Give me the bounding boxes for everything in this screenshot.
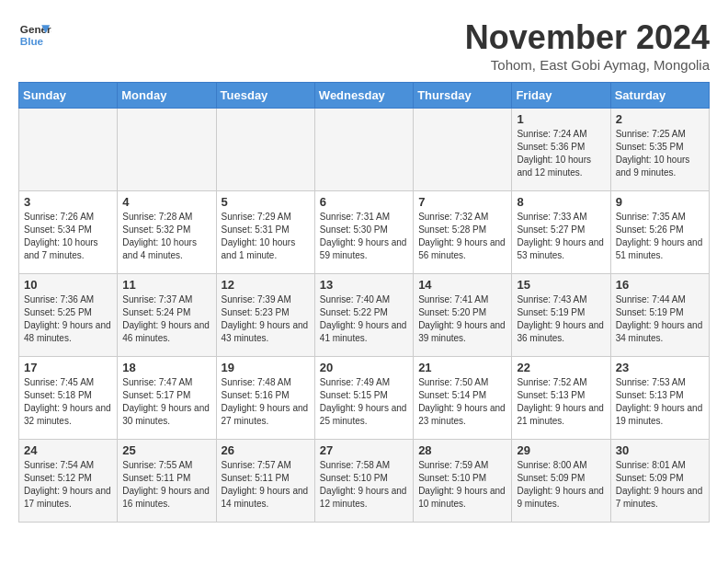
day-info: Sunrise: 7:39 AM Sunset: 5:23 PM Dayligh… [222, 293, 310, 345]
calendar-body: 1Sunrise: 7:24 AM Sunset: 5:36 PM Daylig… [19, 109, 710, 523]
day-info: Sunrise: 7:52 AM Sunset: 5:13 PM Dayligh… [517, 376, 605, 428]
day-number: 13 [320, 278, 408, 292]
day-info: Sunrise: 7:44 AM Sunset: 5:19 PM Dayligh… [616, 293, 704, 345]
logo: General Blue [18, 18, 51, 52]
calendar-cell: 10Sunrise: 7:36 AM Sunset: 5:25 PM Dayli… [19, 274, 118, 357]
day-info: Sunrise: 7:40 AM Sunset: 5:22 PM Dayligh… [320, 293, 408, 345]
calendar-cell: 25Sunrise: 7:55 AM Sunset: 5:11 PM Dayli… [118, 440, 216, 523]
calendar-cell: 2Sunrise: 7:25 AM Sunset: 5:35 PM Daylig… [610, 109, 709, 191]
calendar-cell: 7Sunrise: 7:32 AM Sunset: 5:28 PM Daylig… [414, 191, 512, 274]
day-number: 5 [222, 195, 310, 209]
calendar-cell: 24Sunrise: 7:54 AM Sunset: 5:12 PM Dayli… [19, 440, 118, 523]
month-title: November 2024 [465, 18, 710, 57]
calendar-cell: 5Sunrise: 7:29 AM Sunset: 5:31 PM Daylig… [216, 191, 314, 274]
day-info: Sunrise: 7:26 AM Sunset: 5:34 PM Dayligh… [24, 211, 112, 262]
day-number: 8 [517, 195, 605, 209]
calendar-cell [414, 109, 512, 191]
calendar-week-row: 24Sunrise: 7:54 AM Sunset: 5:12 PM Dayli… [19, 440, 710, 523]
title-block: November 2024 Tohom, East Gobi Aymag, Mo… [465, 18, 710, 73]
day-number: 11 [122, 278, 210, 292]
day-number: 9 [616, 195, 704, 209]
calendar-cell [216, 109, 314, 191]
day-number: 19 [222, 361, 310, 374]
day-number: 24 [24, 443, 112, 457]
calendar-week-row: 3Sunrise: 7:26 AM Sunset: 5:34 PM Daylig… [19, 191, 710, 274]
day-info: Sunrise: 7:33 AM Sunset: 5:27 PM Dayligh… [517, 211, 605, 262]
day-info: Sunrise: 7:53 AM Sunset: 5:13 PM Dayligh… [616, 376, 704, 428]
day-number: 15 [517, 278, 605, 292]
day-info: Sunrise: 7:29 AM Sunset: 5:31 PM Dayligh… [222, 211, 310, 262]
day-info: Sunrise: 7:45 AM Sunset: 5:18 PM Dayligh… [24, 376, 112, 428]
calendar-cell: 14Sunrise: 7:41 AM Sunset: 5:20 PM Dayli… [414, 274, 512, 357]
day-info: Sunrise: 7:48 AM Sunset: 5:16 PM Dayligh… [222, 376, 310, 428]
calendar-cell: 9Sunrise: 7:35 AM Sunset: 5:26 PM Daylig… [610, 191, 709, 274]
weekday-header-tuesday: Tuesday [216, 83, 314, 109]
calendar-cell: 1Sunrise: 7:24 AM Sunset: 5:36 PM Daylig… [512, 109, 610, 191]
day-number: 1 [517, 112, 605, 126]
calendar-cell: 12Sunrise: 7:39 AM Sunset: 5:23 PM Dayli… [216, 274, 314, 357]
day-info: Sunrise: 7:36 AM Sunset: 5:25 PM Dayligh… [24, 293, 112, 345]
calendar-cell [118, 109, 216, 191]
weekday-header-monday: Monday [118, 83, 216, 109]
day-number: 17 [24, 361, 112, 374]
calendar-cell: 23Sunrise: 7:53 AM Sunset: 5:13 PM Dayli… [610, 357, 709, 440]
calendar-cell: 21Sunrise: 7:50 AM Sunset: 5:14 PM Dayli… [414, 357, 512, 440]
day-number: 22 [517, 361, 605, 374]
weekday-header-saturday: Saturday [610, 83, 709, 109]
day-info: Sunrise: 7:50 AM Sunset: 5:14 PM Dayligh… [418, 376, 506, 428]
calendar-table: SundayMondayTuesdayWednesdayThursdayFrid… [18, 82, 710, 523]
day-number: 21 [418, 361, 506, 374]
calendar-cell: 17Sunrise: 7:45 AM Sunset: 5:18 PM Dayli… [19, 357, 118, 440]
calendar-cell: 6Sunrise: 7:31 AM Sunset: 5:30 PM Daylig… [314, 191, 413, 274]
calendar-week-row: 1Sunrise: 7:24 AM Sunset: 5:36 PM Daylig… [19, 109, 710, 191]
day-number: 10 [24, 278, 112, 292]
day-number: 20 [320, 361, 408, 374]
day-number: 16 [616, 278, 704, 292]
day-number: 14 [418, 278, 506, 292]
day-info: Sunrise: 7:57 AM Sunset: 5:11 PM Dayligh… [222, 459, 310, 511]
day-number: 3 [24, 195, 112, 209]
day-info: Sunrise: 7:58 AM Sunset: 5:10 PM Dayligh… [320, 459, 408, 511]
calendar-cell: 28Sunrise: 7:59 AM Sunset: 5:10 PM Dayli… [414, 440, 512, 523]
day-info: Sunrise: 7:43 AM Sunset: 5:19 PM Dayligh… [517, 293, 605, 345]
calendar-cell: 3Sunrise: 7:26 AM Sunset: 5:34 PM Daylig… [19, 191, 118, 274]
weekday-header-thursday: Thursday [414, 83, 512, 109]
day-info: Sunrise: 7:49 AM Sunset: 5:15 PM Dayligh… [320, 376, 408, 428]
day-info: Sunrise: 7:28 AM Sunset: 5:32 PM Dayligh… [122, 211, 210, 262]
calendar-cell [314, 109, 413, 191]
calendar-cell: 8Sunrise: 7:33 AM Sunset: 5:27 PM Daylig… [512, 191, 610, 274]
calendar-cell: 29Sunrise: 8:00 AM Sunset: 5:09 PM Dayli… [512, 440, 610, 523]
day-info: Sunrise: 7:25 AM Sunset: 5:35 PM Dayligh… [616, 128, 704, 179]
location-subtitle: Tohom, East Gobi Aymag, Mongolia [465, 57, 710, 73]
calendar-cell [19, 109, 118, 191]
day-info: Sunrise: 7:47 AM Sunset: 5:17 PM Dayligh… [122, 376, 210, 428]
calendar-cell: 20Sunrise: 7:49 AM Sunset: 5:15 PM Dayli… [314, 357, 413, 440]
day-number: 25 [122, 443, 210, 457]
calendar-cell: 4Sunrise: 7:28 AM Sunset: 5:32 PM Daylig… [118, 191, 216, 274]
day-number: 28 [418, 443, 506, 457]
day-number: 26 [222, 443, 310, 457]
day-info: Sunrise: 7:35 AM Sunset: 5:26 PM Dayligh… [616, 211, 704, 262]
day-number: 18 [122, 361, 210, 374]
day-number: 29 [517, 443, 605, 457]
day-info: Sunrise: 7:54 AM Sunset: 5:12 PM Dayligh… [24, 459, 112, 511]
calendar-cell: 30Sunrise: 8:01 AM Sunset: 5:09 PM Dayli… [610, 440, 709, 523]
calendar-cell: 22Sunrise: 7:52 AM Sunset: 5:13 PM Dayli… [512, 357, 610, 440]
day-info: Sunrise: 7:31 AM Sunset: 5:30 PM Dayligh… [320, 211, 408, 262]
calendar-cell: 15Sunrise: 7:43 AM Sunset: 5:19 PM Dayli… [512, 274, 610, 357]
day-number: 7 [418, 195, 506, 209]
weekday-header-sunday: Sunday [19, 83, 118, 109]
day-info: Sunrise: 8:01 AM Sunset: 5:09 PM Dayligh… [616, 459, 704, 511]
day-info: Sunrise: 7:24 AM Sunset: 5:36 PM Dayligh… [517, 128, 605, 179]
day-info: Sunrise: 7:32 AM Sunset: 5:28 PM Dayligh… [418, 211, 506, 262]
day-number: 2 [616, 112, 704, 126]
calendar-header-row: SundayMondayTuesdayWednesdayThursdayFrid… [19, 83, 710, 109]
calendar-cell: 27Sunrise: 7:58 AM Sunset: 5:10 PM Dayli… [314, 440, 413, 523]
page-header: General Blue November 2024 Tohom, East G… [18, 18, 710, 73]
day-info: Sunrise: 7:37 AM Sunset: 5:24 PM Dayligh… [122, 293, 210, 345]
day-number: 12 [222, 278, 310, 292]
calendar-cell: 26Sunrise: 7:57 AM Sunset: 5:11 PM Dayli… [216, 440, 314, 523]
day-number: 23 [616, 361, 704, 374]
weekday-header-friday: Friday [512, 83, 610, 109]
calendar-cell: 11Sunrise: 7:37 AM Sunset: 5:24 PM Dayli… [118, 274, 216, 357]
